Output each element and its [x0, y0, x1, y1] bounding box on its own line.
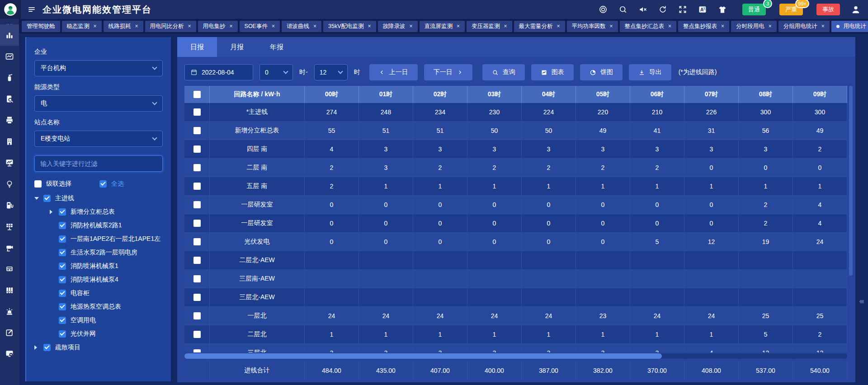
tree-expand-arrow-icon[interactable] — [34, 197, 39, 200]
tab-最大需量分析[interactable]: 最大需量分析× — [514, 21, 565, 32]
tab-整点集抄报表[interactable]: 整点集抄报表× — [678, 21, 729, 32]
tree-item-label[interactable]: 生活水泵2路一层弱电房 — [71, 249, 137, 257]
tree-item-label[interactable]: 新增分立柜总表 — [71, 208, 115, 216]
tree-item-label[interactable]: 疏散项目 — [55, 343, 80, 352]
export-button[interactable]: 导出 — [629, 64, 671, 80]
tab-稳态监测[interactable]: 稳态监测× — [62, 21, 102, 32]
close-icon[interactable]: × — [504, 23, 507, 29]
tab-35kV配电监测[interactable]: 35kV配电监测× — [323, 21, 376, 32]
mute-icon[interactable] — [638, 5, 647, 14]
row-checkbox[interactable] — [193, 238, 201, 245]
close-icon[interactable]: × — [410, 23, 413, 29]
select-all-rows-checkbox[interactable] — [193, 91, 201, 98]
tree-item[interactable]: 消防栓机械泵2路1 — [34, 219, 163, 232]
tree-checkbox[interactable] — [59, 330, 66, 338]
tree-item-label[interactable]: 空调用电 — [71, 316, 96, 324]
tab-直流屏监测[interactable]: 直流屏监测× — [420, 21, 465, 32]
tree-item-label[interactable]: 消防喷淋机械泵4 — [71, 276, 118, 284]
sidebar-item-trend-chart[interactable] — [0, 46, 19, 67]
tree-item[interactable]: 消防喷淋机械泵1 — [34, 259, 163, 273]
cascade-select-checkbox[interactable] — [34, 180, 42, 188]
tree-expand-arrow-icon[interactable] — [50, 210, 52, 214]
close-icon[interactable]: × — [610, 23, 613, 29]
row-checkbox[interactable] — [193, 257, 201, 264]
horizontal-scrollbar-thumb[interactable] — [184, 353, 662, 359]
close-icon[interactable]: × — [368, 23, 371, 29]
tree-checkbox[interactable] — [59, 276, 66, 283]
tab-谐波曲线[interactable]: 谐波曲线× — [282, 21, 321, 32]
tab-分时段用电[interactable]: 分时段用电× — [731, 21, 777, 32]
sidebar-item-control-panel[interactable] — [0, 258, 19, 279]
tab-平均功率因数[interactable]: 平均功率因数× — [567, 21, 618, 32]
tree-item-label[interactable]: 一层南1APE2右一层北1APE1左 — [71, 235, 160, 243]
sidebar-item-bar-chart[interactable] — [0, 24, 19, 46]
refresh-icon[interactable] — [658, 5, 667, 14]
tree-item-label[interactable]: 消防栓机械泵2路1 — [71, 221, 122, 230]
close-icon[interactable]: × — [135, 23, 138, 29]
sidebar-item-monitor-gear[interactable] — [0, 343, 19, 364]
sidebar-item-solar-panel[interactable] — [0, 216, 19, 237]
tree-item-label[interactable]: 主进线 — [55, 194, 74, 202]
sidebar-item-ev-charger[interactable] — [0, 194, 19, 216]
row-checkbox[interactable] — [193, 275, 201, 282]
tab-用电统计[interactable]: 用电统计× — [831, 21, 868, 32]
sidebar-item-camera[interactable] — [0, 237, 19, 258]
tree-item[interactable]: 电容柜 — [34, 286, 163, 300]
tree-item[interactable]: 主进线 — [34, 192, 163, 205]
tree-expand-arrow-icon[interactable] — [34, 345, 37, 350]
tab-故障录波[interactable]: 故障录波× — [378, 21, 418, 32]
row-checkbox[interactable] — [193, 312, 201, 319]
row-checkbox[interactable] — [193, 201, 201, 208]
alarm-button-1[interactable]: 普通3 — [742, 4, 766, 15]
sidebar-item-fire-extinguisher[interactable] — [0, 67, 19, 88]
tree-checkbox[interactable] — [59, 290, 66, 297]
energy-type-select[interactable]: 电 — [34, 95, 163, 112]
tab-用电集抄[interactable]: 用电集抄× — [198, 21, 238, 32]
report-tab-日报[interactable]: 日报 — [177, 37, 217, 57]
tree-item[interactable]: 地源热泵空调总表 — [34, 300, 163, 314]
close-icon[interactable]: × — [457, 23, 460, 29]
tree-checkbox[interactable] — [43, 344, 51, 351]
row-checkbox[interactable] — [193, 349, 201, 352]
row-checkbox[interactable] — [193, 220, 201, 227]
tab-线路损耗[interactable]: 线路损耗× — [104, 21, 143, 32]
service-icon[interactable] — [599, 5, 608, 14]
company-select[interactable]: 平台机构 — [34, 60, 163, 76]
select-all-checkbox[interactable] — [99, 180, 107, 188]
theme-icon[interactable] — [718, 5, 727, 14]
tree-checkbox[interactable] — [59, 208, 66, 216]
horizontal-scrollbar[interactable] — [184, 353, 847, 359]
row-checkbox[interactable] — [193, 127, 201, 134]
alarm-button-2[interactable]: 严重99+ — [779, 4, 803, 15]
tree-checkbox[interactable] — [59, 303, 66, 310]
tree-item[interactable]: 消防喷淋机械泵4 — [34, 273, 163, 286]
tree-item[interactable]: 光伏并网 — [34, 327, 163, 341]
keyword-filter-input[interactable] — [34, 155, 163, 172]
tree-checkbox[interactable] — [59, 263, 66, 270]
tree-checkbox[interactable] — [59, 222, 66, 229]
tab-变压器监测[interactable]: 变压器监测× — [467, 21, 512, 32]
tree-checkbox[interactable] — [59, 317, 66, 324]
pie-button[interactable]: 饼图 — [580, 64, 623, 80]
close-icon[interactable]: × — [230, 23, 233, 29]
tab-用电同比分析[interactable]: 用电同比分析× — [145, 21, 196, 32]
query-button[interactable]: 查询 — [482, 64, 525, 80]
row-checkbox[interactable] — [193, 146, 201, 153]
hour-from-select[interactable]: 0 — [259, 64, 293, 80]
next-day-button[interactable]: 下一日 — [424, 64, 472, 80]
select-all-label[interactable]: 全选 — [111, 180, 124, 188]
tab-SOE事件[interactable]: SOE事件× — [240, 21, 280, 32]
close-icon[interactable]: × — [272, 23, 275, 29]
row-checkbox[interactable] — [193, 164, 201, 171]
vertical-scrollbar-thumb[interactable] — [849, 86, 853, 276]
close-icon[interactable]: × — [769, 23, 772, 29]
vertical-scrollbar[interactable] — [849, 86, 853, 352]
tree-item[interactable]: 疏散项目 — [34, 341, 163, 354]
close-icon[interactable]: × — [94, 23, 97, 29]
report-tab-年报[interactable]: 年报 — [257, 37, 297, 57]
row-checkbox[interactable] — [193, 294, 201, 301]
row-checkbox[interactable] — [193, 183, 201, 190]
sidebar-item-building[interactable] — [0, 131, 19, 152]
close-icon[interactable]: × — [668, 23, 671, 29]
close-icon[interactable]: × — [188, 23, 191, 29]
